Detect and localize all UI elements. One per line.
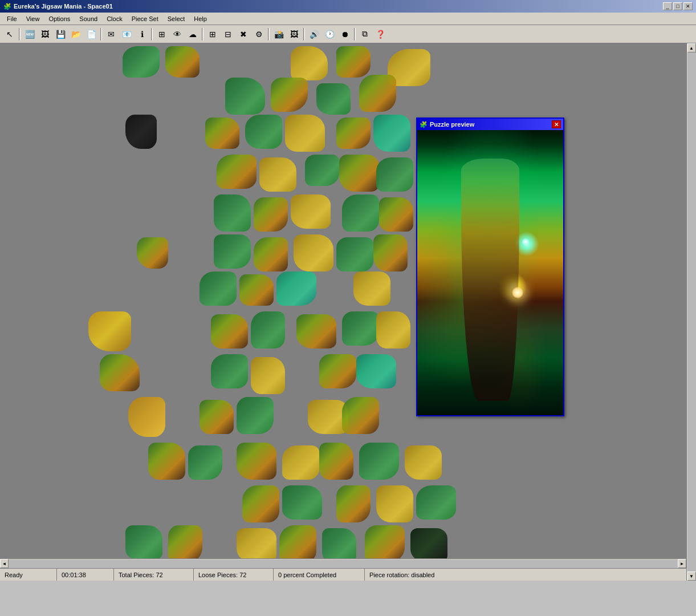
menu-help[interactable]: Help [189, 14, 211, 23]
puzzle-piece[interactable] [254, 197, 288, 232]
puzzle-piece[interactable] [125, 115, 157, 149]
tool-save[interactable]: 💾 [53, 27, 68, 41]
puzzle-piece[interactable] [379, 197, 413, 232]
puzzle-piece[interactable] [279, 525, 316, 562]
puzzle-piece[interactable] [416, 485, 456, 520]
puzzle-piece[interactable] [200, 400, 234, 434]
puzzle-piece[interactable] [282, 445, 319, 480]
puzzle-piece[interactable] [214, 234, 251, 269]
puzzle-piece[interactable] [254, 237, 288, 271]
puzzle-piece[interactable] [123, 46, 160, 78]
puzzle-piece[interactable] [336, 117, 371, 149]
tool-mail[interactable]: ✉ [104, 27, 119, 41]
puzzle-piece[interactable] [342, 311, 379, 346]
tool-clock2[interactable]: 🕐 [322, 27, 337, 41]
puzzle-piece[interactable] [336, 46, 371, 78]
tool-sound[interactable]: 🔊 [307, 27, 321, 41]
bottom-scrollbar[interactable]: ◄ ► [0, 558, 686, 568]
puzzle-piece[interactable] [285, 115, 325, 152]
puzzle-piece[interactable] [242, 485, 279, 522]
puzzle-piece[interactable] [365, 525, 405, 562]
puzzle-piece[interactable] [211, 314, 248, 348]
puzzle-piece[interactable] [165, 46, 200, 78]
menu-options[interactable]: Options [44, 14, 75, 23]
puzzle-piece[interactable] [205, 117, 239, 149]
puzzle-piece[interactable] [100, 354, 140, 391]
puzzle-piece[interactable] [276, 271, 316, 306]
puzzle-piece[interactable] [225, 78, 265, 115]
minimize-button[interactable]: _ [663, 2, 672, 10]
puzzle-piece[interactable] [245, 115, 282, 149]
menu-sound[interactable]: Sound [75, 14, 102, 23]
puzzle-piece[interactable] [359, 443, 399, 480]
close-button[interactable]: ✕ [683, 2, 693, 10]
menu-view[interactable]: View [22, 14, 44, 23]
menu-pieceset[interactable]: Piece Set [127, 14, 163, 23]
puzzle-piece[interactable] [322, 528, 356, 562]
tool-settings[interactable]: ⚙ [251, 27, 266, 41]
puzzle-piece[interactable] [271, 78, 308, 112]
puzzle-piece[interactable] [125, 525, 162, 560]
tool-pieces[interactable]: ⊞ [154, 27, 169, 41]
puzzle-piece[interactable] [342, 194, 379, 232]
tool-image[interactable]: 🖼 [38, 27, 52, 41]
preview-titlebar[interactable]: 🧩 Puzzle preview ✕ [417, 119, 563, 130]
puzzle-piece[interactable] [356, 354, 396, 388]
puzzle-piece[interactable] [305, 155, 339, 186]
puzzle-piece[interactable] [373, 115, 410, 152]
puzzle-piece[interactable] [410, 528, 447, 562]
menu-select[interactable]: Select [163, 14, 190, 23]
puzzle-piece[interactable] [251, 357, 285, 394]
tool-open[interactable]: 📂 [68, 27, 83, 41]
puzzle-piece[interactable] [237, 528, 276, 562]
menu-file[interactable]: File [2, 14, 22, 23]
puzzle-piece[interactable] [319, 443, 353, 480]
tool-record[interactable]: ⏺ [337, 27, 352, 41]
puzzle-piece[interactable] [339, 155, 379, 192]
puzzle-piece[interactable] [239, 274, 274, 306]
scroll-down-button[interactable]: ▼ [687, 572, 696, 581]
puzzle-piece[interactable] [296, 314, 336, 348]
puzzle-piece[interactable] [319, 354, 356, 388]
tool-cursor[interactable]: ↖ [2, 27, 17, 41]
puzzle-piece[interactable] [353, 271, 390, 306]
tool-info[interactable]: ℹ [135, 27, 149, 41]
puzzle-piece[interactable] [137, 237, 168, 269]
puzzle-piece[interactable] [373, 234, 408, 271]
puzzle-area[interactable]: 🧩 Puzzle preview ✕ [0, 43, 686, 571]
tool-photo2[interactable]: 🖼 [287, 27, 302, 41]
puzzle-piece[interactable] [128, 397, 165, 437]
right-scrollbar[interactable]: ▲ ▼ [686, 43, 696, 581]
puzzle-piece[interactable] [405, 445, 442, 480]
puzzle-piece[interactable] [148, 443, 185, 480]
tool-new[interactable]: 🆕 [22, 27, 37, 41]
tool-close-x[interactable]: ✖ [236, 27, 251, 41]
puzzle-piece[interactable] [291, 46, 328, 80]
puzzle-piece[interactable] [259, 157, 296, 192]
scroll-up-button[interactable]: ▲ [687, 43, 696, 52]
puzzle-piece[interactable] [294, 234, 333, 271]
puzzle-piece[interactable] [88, 311, 131, 351]
puzzle-piece[interactable] [214, 194, 251, 232]
puzzle-piece[interactable] [336, 485, 371, 522]
puzzle-piece[interactable] [200, 271, 237, 306]
menu-clock[interactable]: Clock [102, 14, 127, 23]
scroll-right-button[interactable]: ► [678, 559, 686, 568]
scroll-left-button[interactable]: ◄ [0, 559, 9, 568]
puzzle-piece[interactable] [291, 194, 331, 229]
puzzle-piece[interactable] [211, 354, 248, 388]
puzzle-piece[interactable] [342, 397, 379, 434]
puzzle-piece[interactable] [168, 525, 202, 562]
puzzle-piece[interactable] [376, 311, 410, 348]
tool-help[interactable]: ❓ [373, 27, 388, 41]
puzzle-piece[interactable] [237, 397, 274, 434]
puzzle-piece[interactable] [217, 155, 257, 189]
puzzle-piece[interactable] [316, 83, 351, 115]
tool-copy[interactable]: ⧉ [357, 27, 372, 41]
puzzle-piece[interactable] [336, 237, 373, 271]
tool-scatter[interactable]: ☁ [185, 27, 200, 41]
tool-photo[interactable]: 📸 [271, 27, 286, 41]
puzzle-piece[interactable] [359, 75, 396, 112]
puzzle-piece[interactable] [376, 485, 413, 522]
puzzle-piece[interactable] [237, 443, 276, 480]
